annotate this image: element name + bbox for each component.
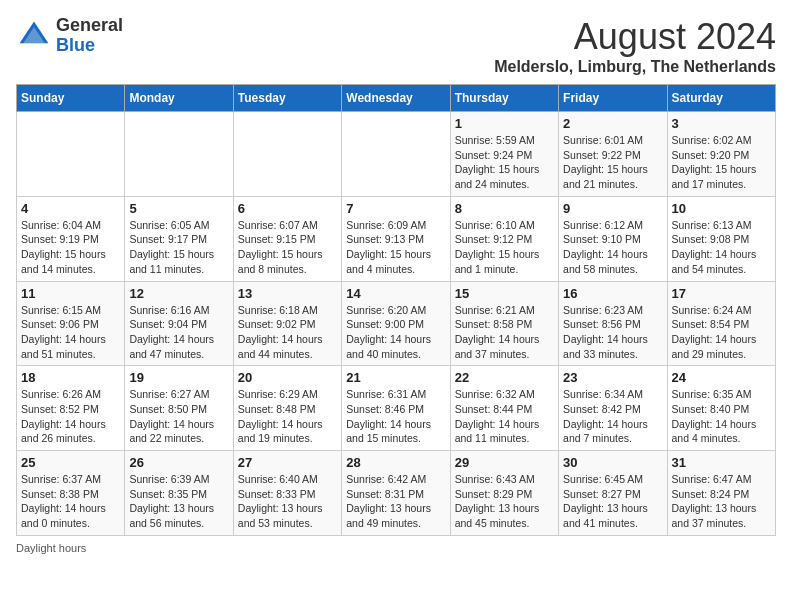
- calendar-cell: [342, 112, 450, 197]
- day-number: 11: [21, 286, 120, 301]
- day-info: Sunrise: 6:10 AM Sunset: 9:12 PM Dayligh…: [455, 218, 554, 277]
- calendar-cell: 21Sunrise: 6:31 AM Sunset: 8:46 PM Dayli…: [342, 366, 450, 451]
- day-number: 29: [455, 455, 554, 470]
- calendar-cell: 8Sunrise: 6:10 AM Sunset: 9:12 PM Daylig…: [450, 196, 558, 281]
- day-info: Sunrise: 6:18 AM Sunset: 9:02 PM Dayligh…: [238, 303, 337, 362]
- daylight-label: Daylight hours: [16, 542, 86, 554]
- calendar-week-row: 18Sunrise: 6:26 AM Sunset: 8:52 PM Dayli…: [17, 366, 776, 451]
- day-number: 21: [346, 370, 445, 385]
- day-info: Sunrise: 6:39 AM Sunset: 8:35 PM Dayligh…: [129, 472, 228, 531]
- weekday-header-friday: Friday: [559, 85, 667, 112]
- calendar-table: SundayMondayTuesdayWednesdayThursdayFrid…: [16, 84, 776, 536]
- calendar-cell: 13Sunrise: 6:18 AM Sunset: 9:02 PM Dayli…: [233, 281, 341, 366]
- calendar-cell: 10Sunrise: 6:13 AM Sunset: 9:08 PM Dayli…: [667, 196, 775, 281]
- day-info: Sunrise: 6:05 AM Sunset: 9:17 PM Dayligh…: [129, 218, 228, 277]
- calendar-cell: 29Sunrise: 6:43 AM Sunset: 8:29 PM Dayli…: [450, 451, 558, 536]
- day-number: 31: [672, 455, 771, 470]
- day-number: 7: [346, 201, 445, 216]
- calendar-body: 1Sunrise: 5:59 AM Sunset: 9:24 PM Daylig…: [17, 112, 776, 536]
- calendar-cell: 17Sunrise: 6:24 AM Sunset: 8:54 PM Dayli…: [667, 281, 775, 366]
- calendar-week-row: 4Sunrise: 6:04 AM Sunset: 9:19 PM Daylig…: [17, 196, 776, 281]
- logo-blue-text: Blue: [56, 36, 123, 56]
- calendar-cell: 5Sunrise: 6:05 AM Sunset: 9:17 PM Daylig…: [125, 196, 233, 281]
- calendar-cell: 18Sunrise: 6:26 AM Sunset: 8:52 PM Dayli…: [17, 366, 125, 451]
- day-number: 30: [563, 455, 662, 470]
- day-info: Sunrise: 6:01 AM Sunset: 9:22 PM Dayligh…: [563, 133, 662, 192]
- day-info: Sunrise: 6:26 AM Sunset: 8:52 PM Dayligh…: [21, 387, 120, 446]
- day-info: Sunrise: 6:45 AM Sunset: 8:27 PM Dayligh…: [563, 472, 662, 531]
- day-number: 10: [672, 201, 771, 216]
- day-number: 17: [672, 286, 771, 301]
- day-number: 22: [455, 370, 554, 385]
- calendar-cell: [17, 112, 125, 197]
- title-section: August 2024 Melderslo, Limburg, The Neth…: [494, 16, 776, 76]
- weekday-header-thursday: Thursday: [450, 85, 558, 112]
- calendar-cell: 28Sunrise: 6:42 AM Sunset: 8:31 PM Dayli…: [342, 451, 450, 536]
- calendar-cell: 20Sunrise: 6:29 AM Sunset: 8:48 PM Dayli…: [233, 366, 341, 451]
- calendar-cell: 6Sunrise: 6:07 AM Sunset: 9:15 PM Daylig…: [233, 196, 341, 281]
- day-info: Sunrise: 6:43 AM Sunset: 8:29 PM Dayligh…: [455, 472, 554, 531]
- day-info: Sunrise: 6:04 AM Sunset: 9:19 PM Dayligh…: [21, 218, 120, 277]
- calendar-cell: 15Sunrise: 6:21 AM Sunset: 8:58 PM Dayli…: [450, 281, 558, 366]
- day-info: Sunrise: 6:29 AM Sunset: 8:48 PM Dayligh…: [238, 387, 337, 446]
- day-info: Sunrise: 6:02 AM Sunset: 9:20 PM Dayligh…: [672, 133, 771, 192]
- day-number: 12: [129, 286, 228, 301]
- day-number: 2: [563, 116, 662, 131]
- day-info: Sunrise: 6:20 AM Sunset: 9:00 PM Dayligh…: [346, 303, 445, 362]
- calendar-week-row: 1Sunrise: 5:59 AM Sunset: 9:24 PM Daylig…: [17, 112, 776, 197]
- weekday-header-sunday: Sunday: [17, 85, 125, 112]
- calendar-cell: 2Sunrise: 6:01 AM Sunset: 9:22 PM Daylig…: [559, 112, 667, 197]
- day-number: 27: [238, 455, 337, 470]
- weekday-header-row: SundayMondayTuesdayWednesdayThursdayFrid…: [17, 85, 776, 112]
- weekday-header-saturday: Saturday: [667, 85, 775, 112]
- day-number: 16: [563, 286, 662, 301]
- calendar-header: SundayMondayTuesdayWednesdayThursdayFrid…: [17, 85, 776, 112]
- day-info: Sunrise: 6:31 AM Sunset: 8:46 PM Dayligh…: [346, 387, 445, 446]
- weekday-header-monday: Monday: [125, 85, 233, 112]
- calendar-cell: 7Sunrise: 6:09 AM Sunset: 9:13 PM Daylig…: [342, 196, 450, 281]
- day-number: 19: [129, 370, 228, 385]
- page-header: General Blue August 2024 Melderslo, Limb…: [16, 16, 776, 76]
- day-info: Sunrise: 6:21 AM Sunset: 8:58 PM Dayligh…: [455, 303, 554, 362]
- day-info: Sunrise: 6:42 AM Sunset: 8:31 PM Dayligh…: [346, 472, 445, 531]
- calendar-week-row: 11Sunrise: 6:15 AM Sunset: 9:06 PM Dayli…: [17, 281, 776, 366]
- day-info: Sunrise: 6:13 AM Sunset: 9:08 PM Dayligh…: [672, 218, 771, 277]
- calendar-cell: 12Sunrise: 6:16 AM Sunset: 9:04 PM Dayli…: [125, 281, 233, 366]
- calendar-cell: 30Sunrise: 6:45 AM Sunset: 8:27 PM Dayli…: [559, 451, 667, 536]
- calendar-cell: 16Sunrise: 6:23 AM Sunset: 8:56 PM Dayli…: [559, 281, 667, 366]
- day-info: Sunrise: 6:16 AM Sunset: 9:04 PM Dayligh…: [129, 303, 228, 362]
- calendar-cell: 3Sunrise: 6:02 AM Sunset: 9:20 PM Daylig…: [667, 112, 775, 197]
- calendar-cell: [125, 112, 233, 197]
- day-number: 5: [129, 201, 228, 216]
- calendar-cell: 25Sunrise: 6:37 AM Sunset: 8:38 PM Dayli…: [17, 451, 125, 536]
- day-info: Sunrise: 6:07 AM Sunset: 9:15 PM Dayligh…: [238, 218, 337, 277]
- day-number: 13: [238, 286, 337, 301]
- logo-general-text: General: [56, 16, 123, 36]
- day-number: 25: [21, 455, 120, 470]
- daylight-note: Daylight hours: [16, 542, 86, 554]
- calendar-cell: 31Sunrise: 6:47 AM Sunset: 8:24 PM Dayli…: [667, 451, 775, 536]
- day-number: 24: [672, 370, 771, 385]
- day-info: Sunrise: 6:23 AM Sunset: 8:56 PM Dayligh…: [563, 303, 662, 362]
- day-number: 26: [129, 455, 228, 470]
- day-info: Sunrise: 5:59 AM Sunset: 9:24 PM Dayligh…: [455, 133, 554, 192]
- calendar-cell: 26Sunrise: 6:39 AM Sunset: 8:35 PM Dayli…: [125, 451, 233, 536]
- day-number: 23: [563, 370, 662, 385]
- day-info: Sunrise: 6:40 AM Sunset: 8:33 PM Dayligh…: [238, 472, 337, 531]
- day-number: 9: [563, 201, 662, 216]
- calendar-cell: 4Sunrise: 6:04 AM Sunset: 9:19 PM Daylig…: [17, 196, 125, 281]
- day-number: 3: [672, 116, 771, 131]
- day-number: 8: [455, 201, 554, 216]
- day-info: Sunrise: 6:24 AM Sunset: 8:54 PM Dayligh…: [672, 303, 771, 362]
- day-info: Sunrise: 6:27 AM Sunset: 8:50 PM Dayligh…: [129, 387, 228, 446]
- day-info: Sunrise: 6:47 AM Sunset: 8:24 PM Dayligh…: [672, 472, 771, 531]
- day-number: 18: [21, 370, 120, 385]
- day-number: 6: [238, 201, 337, 216]
- calendar-cell: 11Sunrise: 6:15 AM Sunset: 9:06 PM Dayli…: [17, 281, 125, 366]
- day-number: 1: [455, 116, 554, 131]
- calendar-cell: 19Sunrise: 6:27 AM Sunset: 8:50 PM Dayli…: [125, 366, 233, 451]
- day-number: 14: [346, 286, 445, 301]
- calendar-cell: [233, 112, 341, 197]
- day-number: 20: [238, 370, 337, 385]
- calendar-cell: 22Sunrise: 6:32 AM Sunset: 8:44 PM Dayli…: [450, 366, 558, 451]
